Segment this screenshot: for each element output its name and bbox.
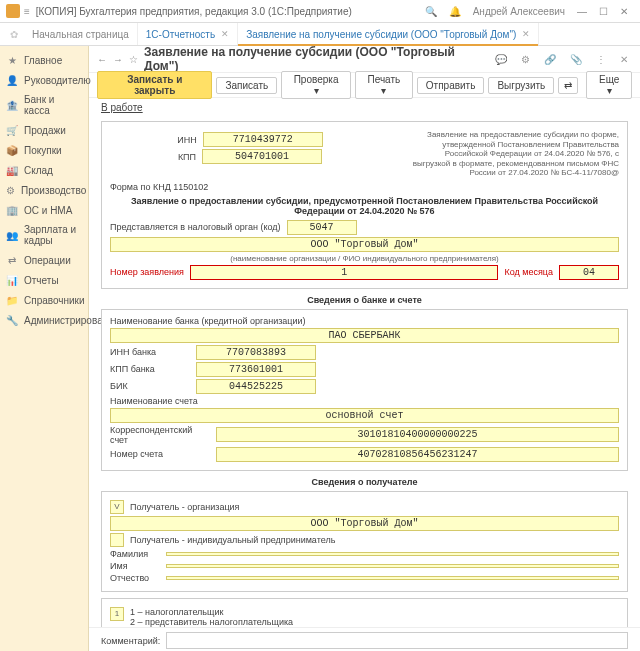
forward-icon[interactable]: → (113, 54, 123, 65)
sidebar-item-production[interactable]: ⚙Производство (0, 180, 88, 200)
recip-org-field[interactable]: ООО "Торговый Дом" (110, 516, 619, 531)
bell-icon[interactable]: 🔔 (443, 6, 467, 17)
fam-label: Фамилия (110, 549, 160, 559)
tax-field[interactable]: 5047 (287, 220, 357, 235)
bik-field[interactable]: 044525225 (196, 379, 316, 394)
recipient-section-title: Сведения о получателе (101, 477, 628, 487)
bank-inn-label: ИНН банка (110, 347, 190, 357)
sidebar-item-purchases[interactable]: 📦Покупки (0, 140, 88, 160)
warehouse-icon: 🏭 (6, 164, 18, 176)
bank-name-field[interactable]: ПАО СБЕРБАНК (110, 328, 619, 343)
clip-icon[interactable]: 📎 (566, 54, 586, 65)
chart-icon: 📊 (6, 274, 18, 286)
form-bank: Наименование банка (кредитной организаци… (101, 309, 628, 471)
sidebar-item-operations[interactable]: ⇄Операции (0, 250, 88, 270)
form-title: Заявление о предоставлении субсидии, пре… (110, 196, 619, 216)
sidebar-item-salary[interactable]: 👥Зарплата и кадры (0, 220, 88, 250)
star-icon: ★ (6, 54, 18, 66)
user-label[interactable]: Андрей Алексеевич (467, 6, 571, 17)
burger-icon[interactable]: ≡ (24, 6, 30, 17)
more-button[interactable]: Еще ▾ (586, 71, 632, 99)
tab-application[interactable]: Заявление на получение субсидии (ООО "То… (238, 23, 539, 45)
sidebar-item-warehouse[interactable]: 🏭Склад (0, 160, 88, 180)
close-tab-icon[interactable]: ✕ (522, 29, 530, 39)
form-signer: 1 1 – налогоплательщик2 – представитель … (101, 598, 628, 627)
people-icon: 👥 (6, 229, 18, 241)
form-scroll[interactable]: ИНН7710439772 КПП504701001 Заявление на … (89, 117, 640, 627)
num-field[interactable]: 1 (190, 265, 499, 280)
bank-inn-field[interactable]: 7707083893 (196, 345, 316, 360)
wrench-icon: 🔧 (6, 314, 18, 326)
knd-label: Форма по КНД 1150102 (110, 182, 619, 192)
tab-home[interactable]: Начальная страница (24, 23, 138, 45)
discuss-icon[interactable]: 💬 (491, 54, 511, 65)
gear-icon: ⚙ (6, 184, 15, 196)
cart-icon: 🛒 (6, 124, 18, 136)
bank-kpp-label: КПП банка (110, 364, 190, 374)
org-field[interactable]: ООО "Торговый Дом" (110, 237, 619, 252)
bank-section-title: Сведения о банке и счете (101, 295, 628, 305)
sidebar-item-sales[interactable]: 🛒Продажи (0, 120, 88, 140)
link-icon[interactable]: 🔗 (540, 54, 560, 65)
ops-icon: ⇄ (6, 254, 18, 266)
menu-icon[interactable]: ⋮ (592, 54, 610, 65)
home-icon[interactable]: ✿ (4, 23, 24, 45)
doc-header: ← → ☆ Заявление на получение субсидии (О… (89, 46, 640, 73)
box-icon: 📦 (6, 144, 18, 156)
month-label: Код месяца (504, 267, 553, 277)
print-button[interactable]: Печать ▾ (355, 71, 413, 99)
sidebar-item-bank[interactable]: 🏦Банк и касса (0, 90, 88, 120)
send-button[interactable]: Отправить (417, 77, 485, 94)
doc-status[interactable]: В работе (89, 98, 640, 117)
sidebar-item-admin[interactable]: 🔧Администрирование (0, 310, 88, 330)
month-field[interactable]: 04 (559, 265, 619, 280)
sidebar-item-refs[interactable]: 📁Справочники (0, 290, 88, 310)
korr-field[interactable]: 30101810400000000225 (216, 427, 619, 442)
tab-reporting[interactable]: 1С-Отчетность✕ (138, 23, 238, 45)
form-main: ИНН7710439772 КПП504701001 Заявление на … (101, 121, 628, 289)
bik-label: БИК (110, 381, 190, 391)
kpp-field[interactable]: 504701001 (202, 149, 322, 164)
signer-type-checkbox[interactable]: 1 (110, 607, 124, 621)
save-close-button[interactable]: Записать и закрыть (97, 71, 212, 99)
save-button[interactable]: Записать (216, 77, 277, 94)
close-icon[interactable]: ✕ (614, 6, 634, 17)
recip-ip-checkbox[interactable] (110, 533, 124, 547)
korr-label: Корреспондентский счет (110, 425, 210, 445)
bank-icon: 🏦 (6, 99, 18, 111)
signer-note1: 1 – налогоплательщик (130, 607, 293, 617)
tax-label: Представляется в налоговый орган (код) (110, 222, 281, 232)
acc-field[interactable]: 40702810856456231247 (216, 447, 619, 462)
export-button[interactable]: Выгрузить (488, 77, 554, 94)
building-icon: 🏢 (6, 204, 18, 216)
minimize-icon[interactable]: — (571, 6, 593, 17)
form-note: Заявление на предоставление субсидии по … (405, 130, 619, 178)
back-icon[interactable]: ← (97, 54, 107, 65)
sidebar-item-assets[interactable]: 🏢ОС и НМА (0, 200, 88, 220)
bank-kpp-field[interactable]: 773601001 (196, 362, 316, 377)
recip-org-checkbox[interactable]: V (110, 500, 124, 514)
doc-title: Заявление на получение субсидии (ООО "То… (144, 46, 485, 73)
signer-note2: 2 – представитель налогоплательщика (130, 617, 293, 627)
sidebar-item-reports[interactable]: 📊Отчеты (0, 270, 88, 290)
recip-org-label: Получатель - организация (130, 502, 239, 512)
acc-name-label: Наименование счета (110, 396, 619, 406)
compare-button[interactable]: ⇄ (558, 77, 578, 94)
sidebar-item-manager[interactable]: 👤Руководителю (0, 70, 88, 90)
sidebar-item-main[interactable]: ★Главное (0, 50, 88, 70)
maximize-icon[interactable]: ☐ (593, 6, 614, 17)
close-tab-icon[interactable]: ✕ (221, 29, 229, 39)
acc-name-field[interactable]: основной счет (110, 408, 619, 423)
search-icon[interactable]: 🔍 (419, 6, 443, 17)
inn-field[interactable]: 7710439772 (203, 132, 323, 147)
fav-icon[interactable]: ☆ (129, 54, 138, 65)
comment-input[interactable] (166, 632, 628, 649)
check-button[interactable]: Проверка ▾ (281, 71, 351, 99)
patr-field[interactable] (166, 576, 619, 580)
fam-field[interactable] (166, 552, 619, 556)
close-doc-icon[interactable]: ✕ (616, 54, 632, 65)
kpp-label: КПП (178, 152, 196, 162)
name-field[interactable] (166, 564, 619, 568)
app-logo (6, 4, 20, 18)
gear-icon[interactable]: ⚙ (517, 54, 534, 65)
